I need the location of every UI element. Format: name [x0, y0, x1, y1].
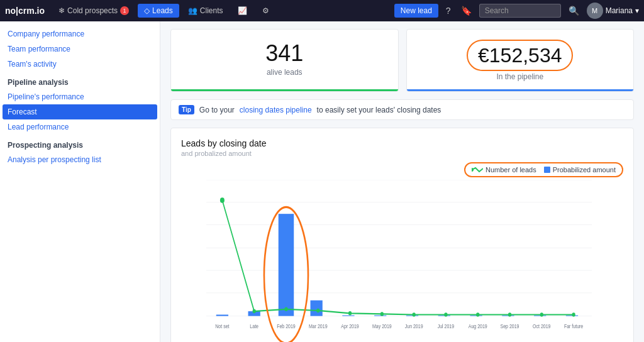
legend-line-label: Number of leads	[486, 166, 536, 174]
dot-may	[380, 312, 384, 317]
nav-tab-cold-prospects[interactable]: ❄ Cold prospects 1	[52, 4, 135, 18]
bar-jul-2019	[438, 316, 450, 316]
chart-area: 0 50 100 150 200 250 300 0k 5k 10k 15k 2…	[181, 180, 592, 342]
bar-far-future	[566, 316, 578, 316]
dot-late	[253, 309, 256, 314]
sidebar-item-forecast[interactable]: Forecast	[3, 104, 157, 119]
sidebar-item-pipelines-performance[interactable]: Pipeline's performance	[0, 89, 160, 104]
gear-icon: ⚙	[262, 6, 269, 15]
dot-feb	[284, 307, 287, 312]
closing-dates-link[interactable]: closing dates pipeline	[240, 106, 312, 114]
pipeline-label: In the pipeline	[417, 72, 624, 81]
sidebar-item-teams-activity[interactable]: Team's activity	[0, 57, 160, 72]
nav-tab-clients[interactable]: 👥 Clients	[182, 4, 230, 18]
tip-text: Go to your	[199, 106, 235, 114]
svg-text:Jun 2019: Jun 2019	[405, 324, 423, 330]
dot-jul	[444, 313, 447, 317]
dot-not-set	[220, 198, 225, 204]
bar-aug-2019	[470, 316, 482, 316]
nav-tab-leads[interactable]: ◇ Leads	[138, 4, 179, 18]
chart-subtitle: and probalized amount	[181, 150, 623, 157]
sidebar: Company performance Team performance Tea…	[0, 21, 160, 342]
svg-text:Late: Late	[250, 324, 258, 330]
search-input[interactable]	[479, 4, 561, 18]
bar-oct-2019	[534, 316, 546, 316]
leads-icon: ◇	[144, 6, 150, 15]
dot-oct	[540, 313, 543, 317]
tip-badge: Tip	[179, 105, 194, 114]
bar-not-set	[216, 315, 228, 316]
sidebar-item-team-performance[interactable]: Team performance	[0, 41, 160, 57]
chart-section: Leads by closing date and probalized amo…	[170, 128, 634, 342]
svg-text:Oct 2019: Oct 2019	[533, 324, 550, 330]
svg-text:Not set: Not set	[215, 324, 230, 330]
legend-line: Number of leads	[472, 166, 536, 174]
user-menu[interactable]: M Mariana ▾	[587, 3, 639, 19]
legend-bar-swatch	[544, 167, 550, 173]
sidebar-item-analysis-prospecting[interactable]: Analysis per prospecting list	[0, 152, 160, 167]
svg-text:Apr 2019: Apr 2019	[341, 324, 358, 330]
stat-card-pipeline: €152,534 In the pipeline	[406, 29, 635, 92]
tip-text2: to easily set your leads' closing dates	[317, 106, 441, 114]
nav-badge: 1	[120, 6, 129, 15]
sidebar-item-lead-performance[interactable]: Lead performance	[0, 119, 160, 135]
tip-bar: Tip Go to your closing dates pipeline to…	[170, 99, 634, 120]
svg-text:Aug 2019: Aug 2019	[469, 324, 487, 330]
dot-apr	[348, 311, 352, 316]
help-icon[interactable]: ?	[443, 4, 453, 17]
sidebar-section-prospecting: Prospecting analysis	[0, 135, 160, 152]
alive-leads-label: alive leads	[181, 68, 388, 77]
nav-tab-chart[interactable]: 📈	[231, 4, 253, 18]
dot-sep	[508, 313, 511, 317]
top-nav: no|crm.io ❄ Cold prospects 1 ◇ Leads 👥 C…	[0, 0, 644, 21]
sidebar-section-pipeline: Pipeline analysis	[0, 72, 160, 89]
alive-leads-number: 341	[181, 40, 388, 67]
bar-apr-2019	[342, 316, 354, 316]
nav-tab-settings[interactable]: ⚙	[256, 4, 275, 18]
chevron-down-icon: ▾	[635, 6, 639, 15]
search-icon[interactable]: 🔍	[566, 4, 582, 17]
avatar: M	[587, 3, 603, 19]
legend-bar-label: Probabilized amount	[553, 166, 616, 174]
clients-icon: 👥	[188, 6, 197, 15]
svg-text:Sep 2019: Sep 2019	[501, 324, 519, 330]
svg-text:Jul 2019: Jul 2019	[438, 324, 454, 330]
new-lead-button[interactable]: New lead	[394, 4, 438, 18]
cold-icon: ❄	[58, 6, 65, 15]
bar-sep-2019	[502, 316, 514, 316]
dot-far	[572, 313, 575, 317]
stat-card-alive-leads: 341 alive leads	[170, 29, 399, 92]
chart-title: Leads by closing date	[181, 138, 623, 148]
chart-svg: 0 50 100 150 200 250 300 0k 5k 10k 15k 2…	[206, 180, 592, 342]
stats-row: 341 alive leads €152,534 In the pipeline	[170, 29, 634, 92]
bar-feb-2019	[279, 214, 294, 317]
bar-jun-2019	[406, 316, 418, 316]
pipeline-number: €152,534	[478, 43, 562, 67]
main-content: 341 alive leads €152,534 In the pipeline…	[160, 21, 644, 342]
bar-mar-2019	[311, 301, 323, 316]
chart-icon: 📈	[238, 6, 247, 15]
dot-jun	[413, 313, 416, 317]
sidebar-item-company-performance[interactable]: Company performance	[0, 26, 160, 41]
bar-may-2019	[374, 316, 386, 316]
legend-bar: Probabilized amount	[544, 166, 616, 174]
svg-text:May 2019: May 2019	[372, 324, 392, 330]
svg-text:Mar 2019: Mar 2019	[309, 324, 328, 330]
bookmark-icon[interactable]: 🔖	[458, 4, 474, 17]
dot-mar	[316, 309, 319, 313]
dot-aug	[476, 313, 479, 317]
svg-text:Far future: Far future	[564, 324, 584, 330]
logo: no|crm.io	[5, 6, 45, 16]
svg-text:Feb 2019: Feb 2019	[277, 324, 296, 330]
